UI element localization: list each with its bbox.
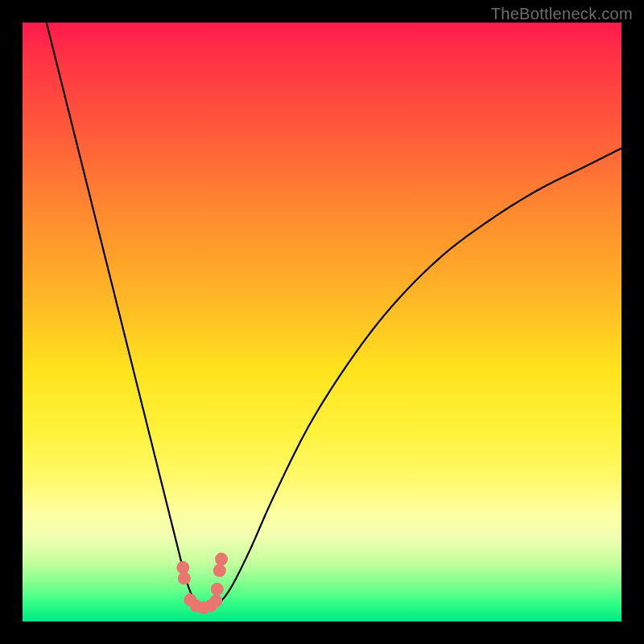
marker-dots <box>176 553 228 614</box>
watermark-text: TheBottleneck.com <box>491 5 633 23</box>
outer-frame: TheBottleneck.com <box>0 0 644 644</box>
plot-area <box>23 23 621 621</box>
marker-dot <box>211 583 224 596</box>
marker-dot <box>215 553 228 566</box>
marker-dot <box>178 572 191 584</box>
marker-dot <box>209 595 222 608</box>
chart-svg <box>23 23 621 621</box>
marker-dot <box>213 564 226 577</box>
bottleneck-curve <box>47 23 621 608</box>
bottleneck-curve-path <box>47 23 621 608</box>
